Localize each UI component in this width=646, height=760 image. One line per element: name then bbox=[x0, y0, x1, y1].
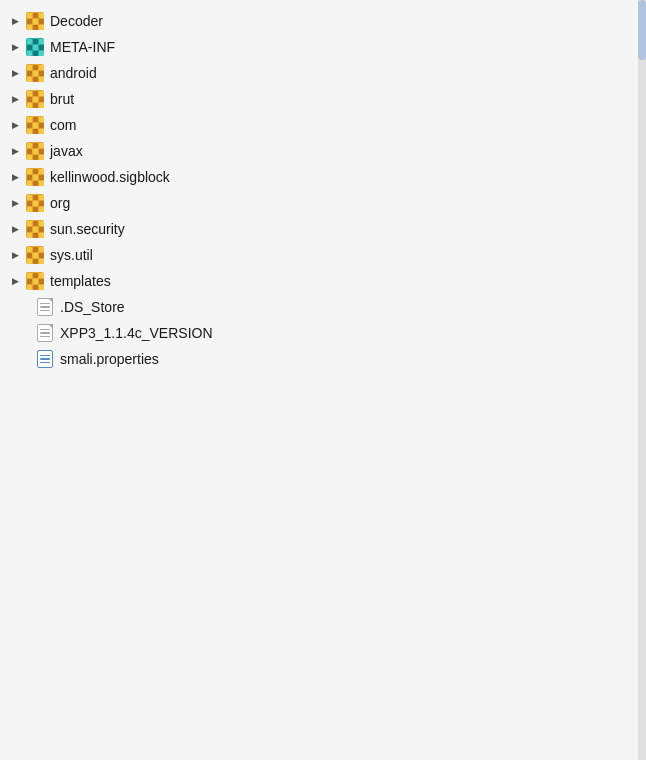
pkg-icon-android bbox=[26, 64, 44, 82]
arrow-decoder bbox=[8, 14, 22, 28]
file-xpp3-version[interactable]: XPP3_1.1.4c_VERSION bbox=[0, 320, 646, 346]
pkg-icon-meta-inf bbox=[26, 38, 44, 56]
file-ds-store[interactable]: .DS_Store bbox=[0, 294, 646, 320]
folder-label-templates: templates bbox=[50, 273, 111, 289]
doc-icon-xpp3-version bbox=[36, 324, 54, 342]
folder-decoder[interactable]: Decoder bbox=[0, 8, 646, 34]
arrow-sun-security bbox=[8, 222, 22, 236]
arrow-org bbox=[8, 196, 22, 210]
file-tree: Decoder META-INF android bbox=[0, 0, 646, 760]
arrow-meta-inf bbox=[8, 40, 22, 54]
arrow-com bbox=[8, 118, 22, 132]
folder-org[interactable]: org bbox=[0, 190, 646, 216]
folder-label-brut: brut bbox=[50, 91, 74, 107]
folder-label-sun-security: sun.security bbox=[50, 221, 125, 237]
arrow-templates bbox=[8, 274, 22, 288]
folder-sys-util[interactable]: sys.util bbox=[0, 242, 646, 268]
pkg-icon-templates bbox=[26, 272, 44, 290]
arrow-javax bbox=[8, 144, 22, 158]
scrollbar-track[interactable] bbox=[638, 0, 646, 760]
arrow-sys-util bbox=[8, 248, 22, 262]
pkg-icon-javax bbox=[26, 142, 44, 160]
folder-brut[interactable]: brut bbox=[0, 86, 646, 112]
pkg-icon-com bbox=[26, 116, 44, 134]
pkg-icon-sys-util bbox=[26, 246, 44, 264]
folder-label-meta-inf: META-INF bbox=[50, 39, 115, 55]
file-label-xpp3-version: XPP3_1.1.4c_VERSION bbox=[60, 325, 213, 341]
pkg-icon-org bbox=[26, 194, 44, 212]
scrollbar-thumb[interactable] bbox=[638, 0, 646, 60]
pkg-icon-kellinwood bbox=[26, 168, 44, 186]
folder-javax[interactable]: javax bbox=[0, 138, 646, 164]
arrow-android bbox=[8, 66, 22, 80]
pkg-icon-decoder bbox=[26, 12, 44, 30]
folder-label-org: org bbox=[50, 195, 70, 211]
arrow-kellinwood bbox=[8, 170, 22, 184]
pkg-icon-sun-security bbox=[26, 220, 44, 238]
folder-meta-inf[interactable]: META-INF bbox=[0, 34, 646, 60]
file-label-ds-store: .DS_Store bbox=[60, 299, 125, 315]
doc-icon-ds-store bbox=[36, 298, 54, 316]
folder-label-kellinwood: kellinwood.sigblock bbox=[50, 169, 170, 185]
folder-label-decoder: Decoder bbox=[50, 13, 103, 29]
folder-label-android: android bbox=[50, 65, 97, 81]
folder-label-sys-util: sys.util bbox=[50, 247, 93, 263]
file-label-smali-properties: smali.properties bbox=[60, 351, 159, 367]
folder-templates[interactable]: templates bbox=[0, 268, 646, 294]
folder-sun-security[interactable]: sun.security bbox=[0, 216, 646, 242]
folder-kellinwood[interactable]: kellinwood.sigblock bbox=[0, 164, 646, 190]
arrow-brut bbox=[8, 92, 22, 106]
folder-com[interactable]: com bbox=[0, 112, 646, 138]
folder-label-javax: javax bbox=[50, 143, 83, 159]
file-smali-properties[interactable]: smali.properties bbox=[0, 346, 646, 372]
props-icon-smali bbox=[36, 350, 54, 368]
pkg-icon-brut bbox=[26, 90, 44, 108]
folder-label-com: com bbox=[50, 117, 76, 133]
folder-android[interactable]: android bbox=[0, 60, 646, 86]
